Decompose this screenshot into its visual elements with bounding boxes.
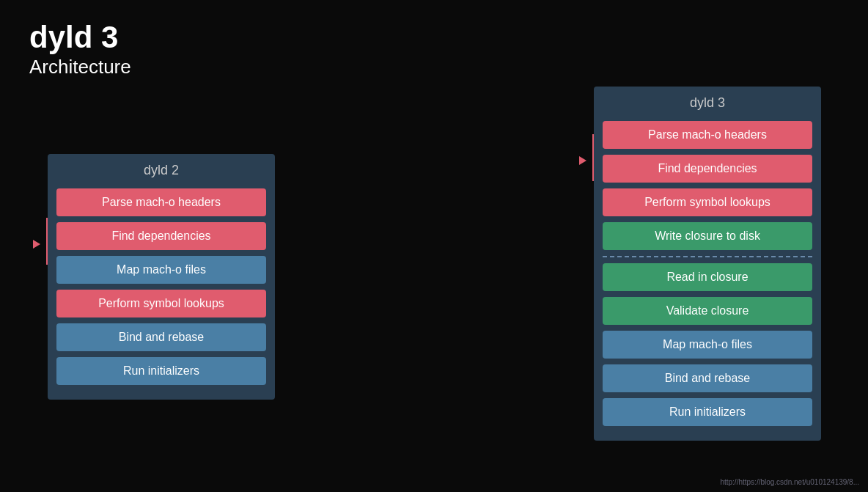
dyld2-step-1: Parse mach-o headers bbox=[56, 188, 266, 216]
dyld2-title: dyld 2 bbox=[48, 154, 275, 188]
dyld2-step-3: Map mach-o files bbox=[56, 256, 266, 284]
dyld3-step-1: Parse mach-o headers bbox=[603, 121, 812, 149]
title-area: dyld 3 Architecture bbox=[29, 21, 131, 78]
dyld3-step-4: Write closure to disk bbox=[603, 222, 812, 250]
dyld2-step-2: Find dependencies bbox=[56, 222, 266, 250]
dyld2-arrow-icon bbox=[33, 240, 40, 249]
dyld3-step-3: Perform symbol lookups bbox=[603, 188, 812, 216]
dyld3-step-6: Validate closure bbox=[603, 297, 812, 325]
dyld3-step-2: Find dependencies bbox=[603, 155, 812, 183]
dyld3-title: dyld 3 bbox=[594, 87, 821, 121]
dyld2-step-6: Run initializers bbox=[56, 357, 266, 385]
dyld3-step-7: Map mach-o files bbox=[603, 331, 812, 359]
dyld2-step-4: Perform symbol lookups bbox=[56, 290, 266, 317]
dyld3-arrow-icon bbox=[579, 156, 586, 165]
url-bar: http://https://blog.csdn.net/u010124139/… bbox=[720, 478, 859, 486]
dyld2-step-5: Bind and rebase bbox=[56, 323, 266, 351]
sub-title: Architecture bbox=[29, 56, 131, 78]
dyld3-box: dyld 3 Parse mach-o headers Find depende… bbox=[594, 87, 821, 441]
dashed-divider bbox=[603, 256, 812, 257]
dyld3-step-8: Bind and rebase bbox=[603, 364, 812, 392]
dyld3-step-5: Read in closure bbox=[603, 263, 812, 291]
dyld3-step-9: Run initializers bbox=[603, 398, 812, 426]
main-title: dyld 3 bbox=[29, 21, 131, 54]
dyld2-box: dyld 2 Parse mach-o headers Find depende… bbox=[48, 154, 275, 400]
